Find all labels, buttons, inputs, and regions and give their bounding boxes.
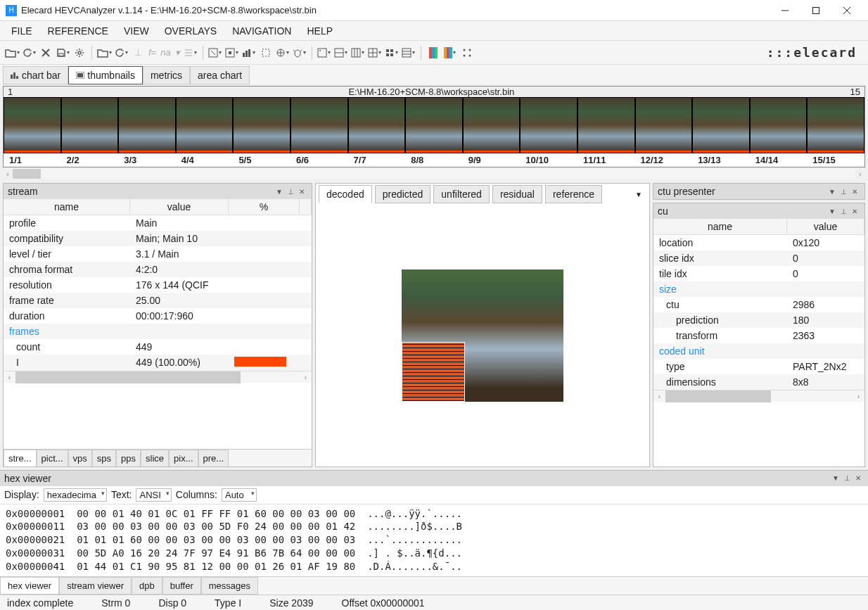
table-row[interactable]: frames [4,324,312,339]
scroll-thumb[interactable] [13,169,41,179]
table-row[interactable]: prediction180 [653,312,864,328]
thumbnail-strip[interactable] [4,97,864,153]
pin-icon[interactable]: ⊥ [841,474,853,482]
tab-thumbnails[interactable]: thumbnails [68,66,143,84]
overlay1-icon[interactable] [208,45,223,61]
tab-chartbar[interactable]: chart bar [3,66,68,84]
bounds-icon[interactable] [258,45,274,61]
table-row[interactable]: coded unit [653,343,864,359]
bottomtab-messages[interactable]: messages [201,577,258,595]
na-dd-icon[interactable]: ▾ [174,47,181,58]
grid3-icon[interactable] [350,45,366,61]
hscrollbar[interactable]: ‹› [4,371,312,383]
thumbnail-frame[interactable] [291,97,348,153]
thumbnail-frame[interactable] [635,97,693,153]
display-select[interactable]: hexadecima [44,488,107,502]
pin-icon[interactable]: ⊥ [130,45,146,61]
close-icon[interactable]: ✕ [849,188,860,196]
target-icon[interactable] [275,45,291,61]
dropdown-icon[interactable]: ▼ [826,188,838,196]
menu-reference[interactable]: REFERENCE [41,23,115,39]
bottomtab-buffer[interactable]: buffer [162,577,201,595]
preview-image[interactable] [402,269,563,402]
settings-icon[interactable] [72,45,87,61]
scroll-right-icon[interactable]: › [855,170,865,178]
ref-open-icon[interactable] [96,45,112,61]
table-row[interactable]: slice idx0 [653,250,864,266]
tab-residual[interactable]: residual [492,185,542,203]
pin-icon[interactable]: ⊥ [838,208,849,215]
hex-dump[interactable]: 0x00000001 00 00 01 40 01 0C 01 FF FF 01… [0,504,868,576]
col-name[interactable]: name [653,219,787,234]
table-row[interactable]: transform2363 [653,328,864,343]
ref-reload-icon[interactable] [113,45,129,61]
grid4-icon[interactable] [367,45,383,61]
close-icon[interactable]: ✕ [296,188,307,196]
subtab-prediction[interactable]: pre... [198,450,229,466]
tab-area[interactable]: area chart [190,66,250,84]
close-icon[interactable]: ✕ [849,208,860,215]
thumbnail-frame[interactable] [4,97,61,153]
bottomtab-streamviewer[interactable]: stream viewer [59,577,132,595]
thumbnail-frame[interactable] [176,97,234,153]
bug-icon[interactable] [292,45,307,61]
text-select[interactable]: ANSI [136,488,171,502]
thumbnail-frame[interactable] [405,97,463,153]
tab-reference[interactable]: reference [545,185,602,203]
subtab-slice[interactable]: slice [141,450,169,466]
table-row[interactable]: tile idx0 [653,266,864,281]
table-row[interactable]: profileMain [4,215,312,231]
thumbnail-frame[interactable] [61,97,119,153]
table-row[interactable]: typePART_2Nx2 [653,359,864,374]
list-icon[interactable] [183,45,198,61]
menu-navigation[interactable]: NAVIGATION [225,23,298,39]
columns-select[interactable]: Auto [222,488,257,502]
thumbnail-frame[interactable] [577,97,635,153]
table-row[interactable]: frame rate25.00 [4,293,312,308]
grid1-icon[interactable] [317,45,332,61]
grid2-icon[interactable] [333,45,349,61]
tab-unfiltered[interactable]: unfiltered [433,185,490,203]
filter-icon[interactable]: ▼ [635,191,646,198]
thumbnail-frame[interactable] [520,97,577,153]
thumbnail-frame[interactable] [807,97,864,153]
menu-view[interactable]: VIEW [117,23,156,39]
bottomtab-dpb[interactable]: dpb [132,577,162,595]
minimize-button[interactable] [770,0,800,20]
table-row[interactable]: I449 (100.00%) [4,355,312,371]
scroll-track[interactable] [13,169,855,179]
subtab-sps[interactable]: sps [92,450,116,466]
subtab-vps[interactable]: vps [68,450,92,466]
close-icon[interactable]: ✕ [853,474,864,482]
grid6-icon[interactable] [401,45,416,61]
subtab-pixel[interactable]: pix... [169,450,198,466]
table-row[interactable]: resolution176 x 144 (QCIF [4,277,312,293]
close-file-icon[interactable] [38,45,53,61]
tab-metrics[interactable]: metrics [143,66,190,84]
table-row[interactable]: count449 [4,339,312,355]
thumbnail-frame[interactable] [233,97,291,153]
menu-help[interactable]: HELP [300,23,340,39]
tab-predicted[interactable]: predicted [375,185,431,203]
col-value[interactable]: value [787,219,864,234]
col-value[interactable]: value [130,199,229,215]
chart-icon[interactable] [241,45,257,61]
thumbnail-frame[interactable] [750,97,808,153]
preview-area[interactable] [316,205,649,466]
thumb-scrollbar[interactable]: ‹ › [0,167,868,180]
subtab-pps[interactable]: pps [116,450,141,466]
table-row[interactable]: chroma format4:2:0 [4,262,312,277]
menu-file[interactable]: FILE [4,23,39,39]
hscrollbar[interactable]: ‹› [653,390,864,402]
dropdown-icon[interactable]: ▼ [826,208,838,215]
table-row[interactable]: size [653,281,864,297]
maximize-button[interactable] [800,0,831,20]
col-pct[interactable]: % [229,199,300,215]
table-row[interactable]: duration00:00:17:960 [4,308,312,324]
table-row[interactable]: dimensions8x8 [653,374,864,390]
tab-decoded[interactable]: decoded [319,185,372,203]
reload-icon[interactable] [21,45,37,61]
open-icon[interactable] [4,45,20,61]
thumbnail-frame[interactable] [692,97,750,153]
table-row[interactable]: ctu2986 [653,297,864,312]
